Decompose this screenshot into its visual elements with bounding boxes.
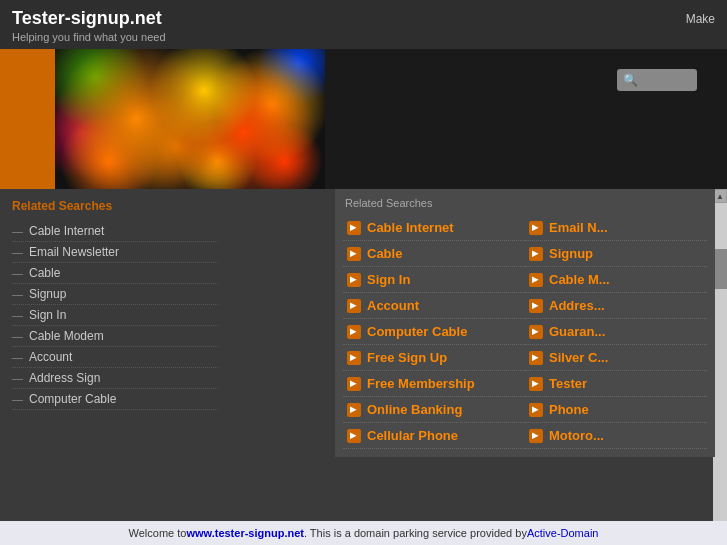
center-arrow-icon — [347, 403, 361, 417]
sidebar-item[interactable]: —Signup — [12, 284, 218, 305]
center-item-right[interactable]: Signup — [525, 241, 707, 267]
center-arrow-icon — [347, 221, 361, 235]
center-arrow-icon — [529, 403, 543, 417]
hero-orange-bar — [0, 49, 55, 189]
center-arrow-icon — [529, 299, 543, 313]
center-item-right[interactable]: Tester — [525, 371, 707, 397]
sidebar-item-label: Account — [29, 350, 72, 364]
sidebar-item[interactable]: —Cable — [12, 263, 218, 284]
center-arrow-icon — [347, 429, 361, 443]
sidebar-arrow-icon: — — [12, 330, 23, 342]
center-item-right[interactable]: Email N... — [525, 215, 707, 241]
center-item-label: Tester — [549, 376, 587, 391]
center-arrow-icon — [529, 325, 543, 339]
site-branding: Tester-signup.net Helping you find what … — [12, 8, 166, 43]
sidebar-item[interactable]: —Account — [12, 347, 218, 368]
sidebar-arrow-icon: — — [12, 393, 23, 405]
hero-image-area: 🔍 — [0, 49, 727, 189]
center-items-grid: Cable InternetEmail N...CableSignupSign … — [335, 215, 715, 457]
center-arrow-icon — [347, 351, 361, 365]
center-item-right[interactable]: Phone — [525, 397, 707, 423]
center-item-label: Cable — [367, 246, 402, 261]
sidebar-item-label: Signup — [29, 287, 66, 301]
footer-text-middle: . This is a domain parking service provi… — [304, 527, 527, 539]
sidebar-item-label: Email Newsletter — [29, 245, 119, 259]
center-item-label: Guaran... — [549, 324, 605, 339]
center-item-right[interactable]: Silver C... — [525, 345, 707, 371]
center-item-left[interactable]: Computer Cable — [343, 319, 525, 345]
center-panel: Related Searches Cable InternetEmail N..… — [335, 189, 715, 457]
center-panel-title: Related Searches — [335, 189, 715, 215]
sidebar-item[interactable]: —Sign In — [12, 305, 218, 326]
footer-text-prefix: Welcome to — [129, 527, 187, 539]
center-arrow-icon — [529, 377, 543, 391]
center-item-label: Free Sign Up — [367, 350, 447, 365]
sidebar-item[interactable]: —Email Newsletter — [12, 242, 218, 263]
center-item-left[interactable]: Free Sign Up — [343, 345, 525, 371]
hero-bokeh-image — [55, 49, 325, 189]
sidebar-item[interactable]: —Cable Internet — [12, 221, 218, 242]
footer: Welcome to www.tester-signup.net . This … — [0, 521, 727, 545]
sidebar-item-label: Cable Internet — [29, 224, 104, 238]
sidebar: Related Searches —Cable Internet—Email N… — [0, 189, 230, 544]
sidebar-item-label: Cable — [29, 266, 60, 280]
center-arrow-icon — [347, 377, 361, 391]
sidebar-item-label: Address Sign — [29, 371, 100, 385]
center-arrow-icon — [529, 247, 543, 261]
center-item-label: Cellular Phone — [367, 428, 458, 443]
sidebar-arrow-icon: — — [12, 267, 23, 279]
center-item-label: Silver C... — [549, 350, 608, 365]
sidebar-arrow-icon: — — [12, 225, 23, 237]
center-arrow-icon — [347, 247, 361, 261]
center-item-right[interactable]: Cable M... — [525, 267, 707, 293]
footer-site-link[interactable]: www.tester-signup.net — [186, 527, 304, 539]
sidebar-title: Related Searches — [12, 199, 218, 213]
center-arrow-icon — [529, 221, 543, 235]
site-subtitle: Helping you find what you need — [12, 31, 166, 43]
center-item-right[interactable]: Addres... — [525, 293, 707, 319]
center-item-label: Account — [367, 298, 419, 313]
sidebar-arrow-icon: — — [12, 372, 23, 384]
center-arrow-icon — [529, 429, 543, 443]
center-item-label: Phone — [549, 402, 589, 417]
center-arrow-icon — [529, 351, 543, 365]
center-item-label: Free Membership — [367, 376, 475, 391]
center-item-left[interactable]: Sign In — [343, 267, 525, 293]
right-scrollbar[interactable]: ▲ ▼ — [713, 189, 727, 545]
footer-provider-link[interactable]: Active-Domain — [527, 527, 599, 539]
center-item-label: Cable Internet — [367, 220, 454, 235]
center-arrow-icon — [347, 273, 361, 287]
site-title: Tester-signup.net — [12, 8, 166, 29]
center-item-left[interactable]: Cellular Phone — [343, 423, 525, 449]
sidebar-arrow-icon: — — [12, 351, 23, 363]
sidebar-arrow-icon: — — [12, 288, 23, 300]
sidebar-item-label: Cable Modem — [29, 329, 104, 343]
center-item-label: Signup — [549, 246, 593, 261]
search-icon: 🔍 — [623, 73, 638, 87]
center-item-right[interactable]: Motoro... — [525, 423, 707, 449]
center-item-label: Email N... — [549, 220, 608, 235]
center-item-label: Motoro... — [549, 428, 604, 443]
center-item-right[interactable]: Guaran... — [525, 319, 707, 345]
center-item-left[interactable]: Account — [343, 293, 525, 319]
center-item-left[interactable]: Online Banking — [343, 397, 525, 423]
center-arrow-icon — [529, 273, 543, 287]
top-bar: Tester-signup.net Helping you find what … — [0, 0, 727, 49]
sidebar-item[interactable]: —Cable Modem — [12, 326, 218, 347]
main-content: Related Searches —Cable Internet—Email N… — [0, 189, 727, 544]
center-item-left[interactable]: Cable Internet — [343, 215, 525, 241]
center-item-left[interactable]: Cable — [343, 241, 525, 267]
hero-search-box[interactable]: 🔍 — [617, 69, 697, 91]
sidebar-item[interactable]: —Address Sign — [12, 368, 218, 389]
make-label: Make — [686, 12, 715, 26]
center-item-label: Online Banking — [367, 402, 462, 417]
sidebar-arrow-icon: — — [12, 309, 23, 321]
sidebar-items: —Cable Internet—Email Newsletter—Cable—S… — [12, 221, 218, 410]
center-item-label: Computer Cable — [367, 324, 467, 339]
center-arrow-icon — [347, 299, 361, 313]
scroll-up-button[interactable]: ▲ — [713, 189, 727, 203]
scrollbar-thumb[interactable] — [713, 249, 727, 289]
center-arrow-icon — [347, 325, 361, 339]
sidebar-item[interactable]: —Computer Cable — [12, 389, 218, 410]
center-item-left[interactable]: Free Membership — [343, 371, 525, 397]
